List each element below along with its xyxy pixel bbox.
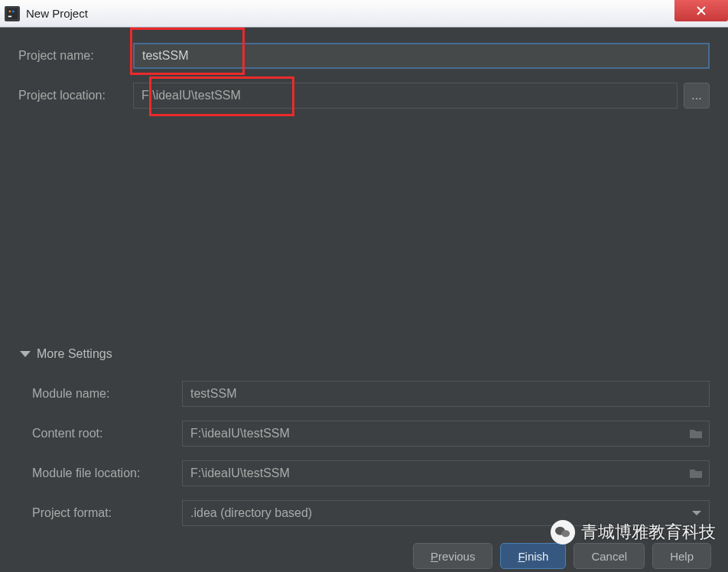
close-button[interactable] — [674, 0, 728, 21]
module-name-label: Module name: — [32, 387, 182, 401]
chevron-down-icon — [692, 511, 701, 515]
intellij-icon — [5, 6, 20, 21]
ellipsis-icon: ... — [691, 89, 701, 102]
project-format-label: Project format: — [32, 506, 182, 520]
project-format-row: Project format: .idea (directory based) — [32, 500, 710, 526]
svg-rect-2 — [9, 10, 11, 12]
project-format-select[interactable]: .idea (directory based) — [182, 500, 710, 526]
folder-icon — [689, 428, 703, 439]
project-location-input[interactable]: F:\ideaIU\testSSM — [133, 83, 678, 109]
module-name-row: Module name: testSSM — [32, 381, 710, 407]
browse-location-button[interactable]: ... — [684, 83, 710, 109]
folder-icon — [689, 468, 703, 479]
cancel-button[interactable]: Cancel — [574, 543, 645, 569]
project-name-input[interactable] — [133, 43, 710, 69]
module-name-input[interactable]: testSSM — [182, 381, 710, 407]
window-title: New Project — [26, 7, 88, 20]
finish-label: inish — [525, 550, 549, 563]
help-button[interactable]: Help — [652, 543, 711, 569]
chevron-down-icon — [20, 351, 31, 357]
more-settings-block: Module name: testSSM Content root: F:\id… — [18, 367, 710, 572]
more-settings-toggle[interactable]: More Settings — [18, 347, 710, 361]
content-root-value: F:\ideaIU\testSSM — [190, 427, 290, 440]
module-name-value: testSSM — [190, 387, 236, 401]
more-settings-label: More Settings — [37, 347, 112, 361]
close-icon — [696, 5, 707, 16]
dialog-content: Project name: Project location: F:\ideaI… — [0, 28, 728, 572]
project-location-value: F:\ideaIU\testSSM — [141, 89, 241, 102]
svg-rect-1 — [8, 15, 11, 17]
content-root-label: Content root: — [32, 427, 182, 440]
titlebar: New Project — [0, 0, 728, 28]
module-file-location-value: F:\ideaIU\testSSM — [190, 466, 290, 480]
svg-rect-3 — [12, 10, 15, 12]
cancel-label: Cancel — [591, 550, 627, 563]
previous-button[interactable]: Previous — [413, 543, 492, 569]
project-name-row: Project name: — [18, 43, 710, 69]
content-root-row: Content root: F:\ideaIU\testSSM — [32, 421, 710, 447]
project-format-value: .idea (directory based) — [190, 506, 312, 520]
module-file-location-row: Module file location: F:\ideaIU\testSSM — [32, 460, 710, 486]
finish-button[interactable]: Finish — [500, 543, 566, 569]
help-label: Help — [670, 550, 694, 563]
project-location-label: Project location: — [18, 89, 133, 102]
svg-rect-0 — [7, 8, 18, 19]
previous-label: revious — [438, 550, 475, 563]
form-spacer — [18, 122, 710, 340]
project-location-row: Project location: F:\ideaIU\testSSM ... — [18, 83, 710, 109]
dialog-buttons: Previous Finish Cancel Help — [413, 543, 711, 569]
module-file-location-label: Module file location: — [32, 466, 182, 480]
module-file-location-input[interactable]: F:\ideaIU\testSSM — [182, 460, 710, 486]
project-name-label: Project name: — [18, 49, 133, 63]
content-root-input[interactable]: F:\ideaIU\testSSM — [182, 421, 710, 447]
